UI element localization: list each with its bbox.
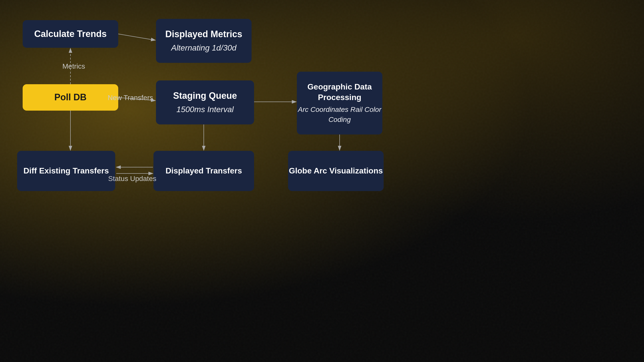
node-globe-arc-title: Globe Arc Visualizations <box>289 166 383 176</box>
node-staging-queue-title: Staging Queue <box>173 90 237 102</box>
svg-line-2 <box>118 34 155 40</box>
node-displayed-transfers-title: Displayed Transfers <box>166 166 242 176</box>
node-geographic-title: Geographic Data Processing <box>297 82 382 103</box>
node-geographic: Geographic Data Processing Arc Coordinat… <box>297 72 382 134</box>
node-displayed-metrics-title: Displayed Metrics <box>165 28 242 40</box>
node-diff-transfers-title: Diff Existing Transfers <box>23 166 109 176</box>
node-poll-db-title: Poll DB <box>54 92 87 103</box>
node-poll-db: Poll DB <box>23 84 118 111</box>
node-diff-transfers: Diff Existing Transfers <box>17 151 115 191</box>
edge-label-new-transfers: New Transfers <box>108 94 153 102</box>
edge-label-status-updates: Status Updates <box>108 175 156 183</box>
node-displayed-metrics: Displayed Metrics Alternating 1d/30d <box>156 19 252 63</box>
diagram-container: Calculate Trends Displayed Metrics Alter… <box>0 0 644 362</box>
node-geographic-subtitle: Arc Coordinates Rail Color Coding <box>297 105 382 124</box>
node-staging-queue-subtitle: 1500ms Interval <box>176 104 234 115</box>
node-globe-arc: Globe Arc Visualizations <box>288 151 384 191</box>
node-staging-queue: Staging Queue 1500ms Interval <box>156 80 254 124</box>
node-displayed-metrics-subtitle: Alternating 1d/30d <box>171 42 236 54</box>
node-displayed-transfers: Displayed Transfers <box>153 151 254 191</box>
node-calculate-trends-title: Calculate Trends <box>34 28 107 40</box>
node-calculate-trends: Calculate Trends <box>23 20 118 48</box>
edge-label-metrics: Metrics <box>62 62 85 70</box>
